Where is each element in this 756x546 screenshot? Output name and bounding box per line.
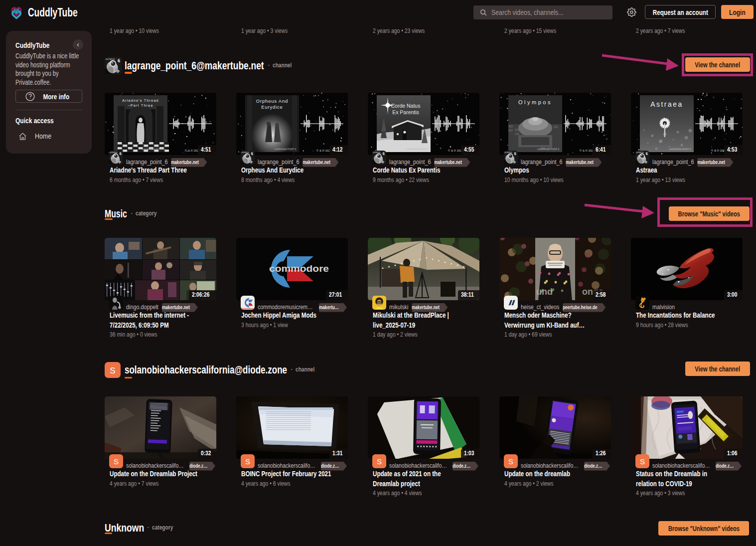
svg-text:LAGRANGE POINT 6: LAGRANGE POINT 6	[669, 148, 691, 151]
svg-text:S: S	[114, 458, 119, 466]
svg-text:commodore: commodore	[269, 263, 329, 274]
svg-text:LAGRANGE: LAGRANGE	[636, 152, 644, 154]
svg-text:S: S	[640, 458, 645, 466]
svg-text:6: 6	[120, 152, 122, 156]
svg-text:Corde Natus: Corde Natus	[391, 103, 421, 109]
svg-text:6: 6	[514, 152, 516, 156]
svg-text:Ariadne's Thread: Ariadne's Thread	[122, 98, 159, 103]
svg-text:6: 6	[251, 152, 253, 156]
svg-text:LAGRANGE: LAGRANGE	[373, 152, 381, 154]
svg-text:LAGRANGE: LAGRANGE	[110, 152, 118, 154]
svg-text:~Part Three: ~Part Three	[128, 103, 153, 108]
svg-text:Commodore: Commodore	[242, 308, 254, 310]
svg-text:Orpheus And: Orpheus And	[256, 98, 288, 104]
svg-text:6: 6	[646, 152, 648, 156]
svg-text:S: S	[508, 458, 513, 466]
svg-text:6: 6	[118, 58, 120, 63]
svg-text:S: S	[110, 366, 115, 375]
svg-text:LAGRANGE POINT 6: LAGRANGE POINT 6	[274, 148, 296, 151]
svg-text:LAGRANGE: LAGRANGE	[105, 58, 115, 60]
svg-text:Olympos: Olympos	[518, 99, 552, 105]
svg-text:Ex Parentis: Ex Parentis	[392, 109, 419, 115]
svg-text:Eurydice: Eurydice	[261, 104, 283, 110]
svg-text:LAGRANGE: LAGRANGE	[504, 152, 512, 154]
svg-text:LAGRANGE POINT 6: LAGRANGE POINT 6	[143, 148, 164, 151]
svg-text:LAGRANGE POINT 6: LAGRANGE POINT 6	[537, 148, 559, 151]
svg-text:S: S	[245, 458, 250, 466]
svg-text:LAGRANGE POINT 6: LAGRANGE POINT 6	[406, 148, 428, 151]
svg-text:LAGRANGE: LAGRANGE	[241, 152, 249, 154]
svg-text:S: S	[377, 458, 382, 466]
svg-text:und: und	[536, 287, 553, 297]
svg-text:6: 6	[383, 152, 385, 156]
svg-text:Astraea: Astraea	[650, 100, 683, 108]
